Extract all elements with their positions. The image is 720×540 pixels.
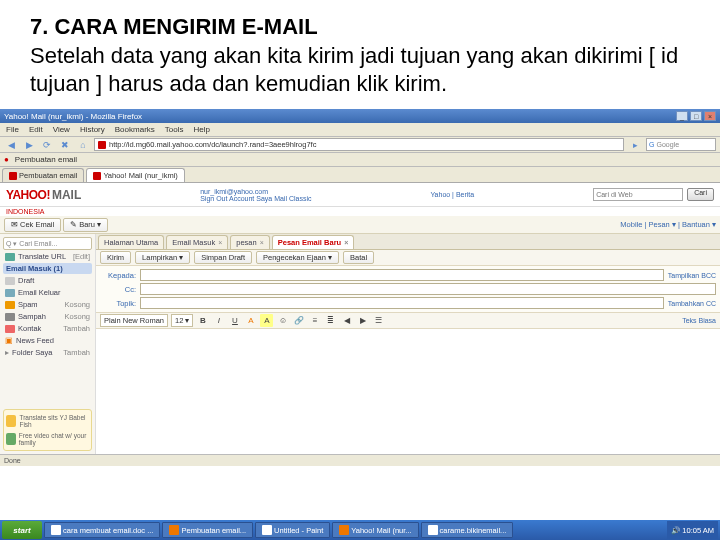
sidebar-translate[interactable]: Translate URL [Edit] bbox=[3, 251, 92, 262]
mailtab-inbox[interactable]: Email Masuk× bbox=[166, 235, 228, 249]
align-button[interactable]: ☰ bbox=[372, 314, 385, 327]
forward-button[interactable]: ▶ bbox=[22, 138, 36, 152]
back-button[interactable]: ◀ bbox=[4, 138, 18, 152]
browser-tab-2[interactable]: Yahoo! Mail (nur_ikmi) bbox=[86, 168, 184, 182]
close-button[interactable]: × bbox=[704, 111, 716, 121]
mailtab-compose[interactable]: Pesan Email Baru× bbox=[272, 235, 354, 249]
system-tray[interactable]: 🔊 10:05 AM bbox=[667, 521, 718, 539]
underline-button[interactable]: U bbox=[228, 314, 241, 327]
toolbar-right-links[interactable]: Mobile | Pesan ▾ | Bantuan ▾ bbox=[620, 220, 716, 229]
bookmarks-bar: ●Pembuatan email bbox=[0, 153, 720, 167]
sidebar-news[interactable]: ▣News Feed bbox=[3, 335, 92, 346]
sidebar-contacts[interactable]: KontakTambah bbox=[3, 323, 92, 334]
subject-input[interactable] bbox=[140, 297, 664, 309]
mail-tabs: Halaman Utama Email Masuk× pesan× Pesan … bbox=[96, 234, 720, 250]
mailtab-msg[interactable]: pesan× bbox=[230, 235, 270, 249]
yahoo-search-input[interactable] bbox=[593, 188, 683, 201]
plain-text-link[interactable]: Teks Biasa bbox=[682, 317, 716, 324]
yahoo-search: Cari bbox=[593, 188, 714, 201]
color-button[interactable]: A bbox=[244, 314, 257, 327]
sidebar-sent[interactable]: Email Keluar bbox=[3, 287, 92, 298]
message-editor[interactable] bbox=[96, 329, 720, 454]
maximize-button[interactable]: □ bbox=[690, 111, 702, 121]
browser-search[interactable]: GGoogle bbox=[646, 138, 716, 151]
size-select[interactable]: 12 ▾ bbox=[171, 314, 193, 327]
italic-button[interactable]: I bbox=[212, 314, 225, 327]
sidebar-trash[interactable]: SampahKosong bbox=[3, 311, 92, 322]
close-icon[interactable]: × bbox=[260, 239, 264, 246]
to-input[interactable] bbox=[140, 269, 664, 281]
indent-in-button[interactable]: ▶ bbox=[356, 314, 369, 327]
taskbar-item-5[interactable]: carame.bikinemail... bbox=[421, 522, 514, 538]
menu-edit[interactable]: Edit bbox=[29, 125, 43, 134]
menu-history[interactable]: History bbox=[80, 125, 105, 134]
yahoo-logo[interactable]: YAHOO! MAIL bbox=[6, 188, 81, 202]
mail-main: Halaman Utama Email Masuk× pesan× Pesan … bbox=[96, 234, 720, 454]
bookmark-item[interactable]: Pembuatan email bbox=[15, 155, 77, 164]
url-bar[interactable]: http://id.mg60.mail.yahoo.com/dc/launch?… bbox=[94, 138, 624, 151]
tab-icon bbox=[93, 172, 101, 180]
menu-bookmarks[interactable]: Bookmarks bbox=[115, 125, 155, 134]
start-button[interactable]: start bbox=[2, 521, 42, 539]
browser-tab-1[interactable]: Pembuatan email bbox=[2, 168, 84, 182]
indent-out-button[interactable]: ◀ bbox=[340, 314, 353, 327]
yahoo-account-meta: nur_ikmi@yahoo.com Sign Out Account Saya… bbox=[200, 188, 311, 202]
yahoo-links[interactable]: Yahoo | Berita bbox=[430, 191, 474, 198]
spellcheck-button[interactable]: Pengecekan Ejaan ▾ bbox=[256, 251, 339, 264]
save-draft-button[interactable]: Simpan Draft bbox=[194, 251, 252, 264]
firefox-icon bbox=[339, 525, 349, 535]
reload-button[interactable]: ⟳ bbox=[40, 138, 54, 152]
go-button[interactable]: ▸ bbox=[628, 138, 642, 152]
show-bcc-link[interactable]: Tampilkan BCC bbox=[668, 272, 716, 279]
sidebar-inbox[interactable]: Email Masuk (1) bbox=[3, 263, 92, 274]
check-mail-button[interactable]: ✉ Cek Email bbox=[4, 218, 61, 232]
promo-translate[interactable]: Translate sits YJ Babel Fish bbox=[6, 412, 89, 430]
taskbar-item-4[interactable]: Yahoo! Mail (nur... bbox=[332, 522, 418, 538]
minimize-button[interactable]: _ bbox=[676, 111, 688, 121]
sidebar-draft[interactable]: Draft bbox=[3, 275, 92, 286]
promo-video[interactable]: Free video chat w/ your family bbox=[6, 430, 89, 448]
contacts-icon bbox=[5, 325, 15, 333]
translate-icon bbox=[5, 253, 15, 261]
clock: 10:05 AM bbox=[682, 526, 714, 535]
send-button[interactable]: Kirim bbox=[100, 251, 131, 264]
slide-body: Setelah data yang akan kita kirim jadi t… bbox=[30, 42, 690, 97]
link-button[interactable]: 🔗 bbox=[292, 314, 305, 327]
numbered-button[interactable]: ≣ bbox=[324, 314, 337, 327]
cc-input[interactable] bbox=[140, 283, 716, 295]
taskbar-item-1[interactable]: cara membuat email.doc ... bbox=[44, 522, 160, 538]
add-cc-link[interactable]: Tambahkan CC bbox=[668, 300, 716, 307]
richtext-toolbar: Plain New Roman 12 ▾ B I U A A ☺ 🔗 ≡ ≣ ◀… bbox=[96, 313, 720, 329]
yahoo-header: YAHOO! MAIL nur_ikmi@yahoo.com Sign Out … bbox=[0, 183, 720, 207]
home-button[interactable]: ⌂ bbox=[76, 138, 90, 152]
attach-button[interactable]: Lampirkan ▾ bbox=[135, 251, 190, 264]
sidebar-spam[interactable]: SpamKosong bbox=[3, 299, 92, 310]
sidebar-folders[interactable]: ▸Folder SayaTambah bbox=[3, 347, 92, 358]
sidebar-search[interactable]: Q ▾ Cari Email... bbox=[3, 237, 92, 250]
menu-file[interactable]: File bbox=[6, 125, 19, 134]
menu-tools[interactable]: Tools bbox=[165, 125, 184, 134]
yahoo-search-button[interactable]: Cari bbox=[687, 188, 714, 201]
emoticon-button[interactable]: ☺ bbox=[276, 314, 289, 327]
menu-help[interactable]: Help bbox=[193, 125, 209, 134]
compose-toolbar: Kirim Lampirkan ▾ Simpan Draft Pengeceka… bbox=[96, 250, 720, 266]
window-title: Yahoo! Mail (nur_ikmi) - Mozilla Firefox bbox=[4, 112, 142, 121]
paint-icon bbox=[262, 525, 272, 535]
close-icon[interactable]: × bbox=[344, 239, 348, 246]
cancel-button[interactable]: Batal bbox=[343, 251, 374, 264]
font-select[interactable]: Plain New Roman bbox=[100, 314, 168, 327]
bullet-button[interactable]: ≡ bbox=[308, 314, 321, 327]
bold-button[interactable]: B bbox=[196, 314, 209, 327]
taskbar-item-3[interactable]: Untitled - Paint bbox=[255, 522, 330, 538]
cc-label: Cc: bbox=[100, 285, 136, 294]
stop-button[interactable]: ✖ bbox=[58, 138, 72, 152]
close-icon[interactable]: × bbox=[218, 239, 222, 246]
window-titlebar: Yahoo! Mail (nur_ikmi) - Mozilla Firefox… bbox=[0, 109, 720, 123]
video-icon bbox=[6, 433, 16, 445]
menu-view[interactable]: View bbox=[53, 125, 70, 134]
mailtab-home[interactable]: Halaman Utama bbox=[98, 235, 164, 249]
new-button[interactable]: ✎ Baru ▾ bbox=[63, 218, 108, 232]
taskbar-item-2[interactable]: Pembuatan email... bbox=[162, 522, 253, 538]
highlight-button[interactable]: A bbox=[260, 314, 273, 327]
tray-icon[interactable]: 🔊 bbox=[671, 526, 680, 535]
